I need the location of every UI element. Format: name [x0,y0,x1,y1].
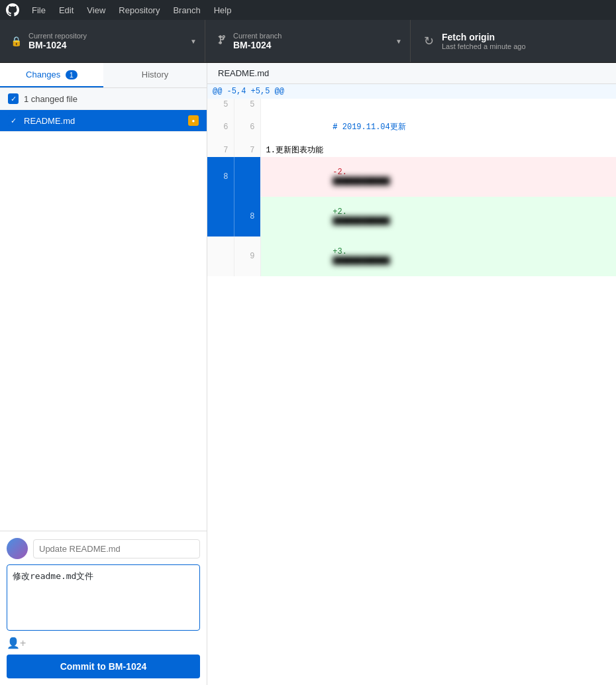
commit-area: 修改readme.md文件 👤+ Commit to BM-1024 [0,531,207,685]
diff-line-6: 9 +3. ████████████ [207,237,616,276]
tab-bar: Changes 1 History [0,63,207,88]
repo-selector[interactable]: 🔒 Current repository BM-1024 ▼ [0,20,205,62]
diff-line-3: 7 7 1.更新图表功能 [207,143,616,157]
branch-icon [216,34,227,48]
diff-line-1: 5 5 [207,99,616,111]
heading-hash: # [333,123,342,132]
commit-summary-input[interactable] [33,539,200,558]
removed-content: ████████████ [333,177,389,186]
add-prefix-2: +2. [333,207,347,217]
commit-button[interactable]: Commit to BM-1024 [7,655,200,678]
line-content-2: # 2019.11.04更新 [260,111,616,143]
diff-hunk-row: @@ -5,4 +5,5 @@ [207,84,616,99]
repo-name: BM-1024 [28,40,87,50]
main-area: Changes 1 History 1 changed file README.… [0,63,616,685]
repo-chevron-icon: ▼ [190,38,197,45]
spacer [0,132,207,531]
menu-repository[interactable]: Repository [113,4,165,17]
line-num-old-1: 5 [207,99,234,111]
line-num-new-1: 5 [234,99,260,111]
commit-branch-name: BM-1024 [109,661,147,672]
line-num-new-5: 8 [234,197,260,237]
branch-info: Current branch BM-1024 [233,32,282,50]
changes-badge: 1 [66,70,77,79]
line-content-6: +3. ████████████ [260,237,616,276]
diff-header: README.md [207,63,616,84]
fetch-origin-button[interactable]: ↻ Fetch origin Last fetched a minute ago [411,20,599,62]
line-content-3: 1.更新图表功能 [260,143,616,157]
lock-icon: 🔒 [11,36,22,46]
branch-selector[interactable]: Current branch BM-1024 ▼ [205,20,411,62]
commit-summary-row [7,538,200,559]
diff-filename: README.md [218,68,269,78]
sync-icon: ↻ [424,34,434,48]
diff-hunk-header: @@ -5,4 +5,5 @@ [207,84,616,99]
added-content-3: ████████████ [333,256,389,266]
check-all-icon[interactable] [8,93,19,104]
file-name-readme: README.md [24,116,188,126]
repo-info: Current repository BM-1024 [28,32,87,50]
changes-count-label: 1 changed file [24,94,77,104]
line-num-new-4 [234,157,260,197]
file-check-icon [8,115,19,126]
line-content-1 [260,99,616,111]
line-num-old-2: 6 [207,111,234,143]
menu-view[interactable]: View [81,4,111,17]
diff-line-2: 6 6 # 2019.11.04更新 [207,111,616,143]
fetch-info: Fetch origin Last fetched a minute ago [442,32,526,50]
line-num-new-3: 7 [234,143,260,157]
file-status-icon [188,115,199,126]
diff-content: @@ -5,4 +5,5 @@ 5 5 6 6 # 2019. [207,84,616,685]
right-panel: README.md @@ -5,4 +5,5 @@ 5 5 [207,63,616,685]
changes-header: 1 changed file [0,88,207,110]
line-num-old-4: 8 [207,157,234,197]
commit-description-input[interactable]: 修改readme.md文件 [7,564,200,631]
github-logo [5,3,20,17]
line-num-old-3: 7 [207,143,234,157]
line-num-old-5 [207,197,234,237]
line-content-4: -2. ████████████ [260,157,616,197]
line-num-new-6: 9 [234,237,260,276]
file-item-readme[interactable]: README.md [0,110,207,132]
add-prefix-3: +3. [333,247,347,256]
avatar [7,538,28,559]
fetch-title: Fetch origin [442,32,526,42]
tab-history[interactable]: History [103,63,207,87]
file-list: README.md [0,110,207,132]
line-num-old-6 [207,237,234,276]
add-coauthor-icon[interactable]: 👤+ [7,637,26,649]
menu-file[interactable]: File [26,4,51,17]
toolbar: 🔒 Current repository BM-1024 ▼ Current b… [0,20,616,63]
left-panel: Changes 1 History 1 changed file README.… [0,63,207,685]
branch-label: Current branch [233,32,282,40]
diff-line-5: 8 +2. ████████████ [207,197,616,237]
menubar: File Edit View Repository Branch Help [0,0,616,20]
remove-prefix: -2. [333,168,347,177]
added-content-2: ████████████ [333,217,389,226]
menu-edit[interactable]: Edit [54,4,79,17]
repo-label: Current repository [28,32,87,40]
branch-chevron-icon: ▼ [395,38,402,45]
diff-line-4: 8 -2. ████████████ [207,157,616,197]
line-num-new-2: 6 [234,111,260,143]
tab-changes[interactable]: Changes 1 [0,63,103,87]
branch-name: BM-1024 [233,40,282,50]
diff-table: @@ -5,4 +5,5 @@ 5 5 6 6 # 2019. [207,84,616,276]
line-content-5: +2. ████████████ [260,197,616,237]
fetch-subtitle: Last fetched a minute ago [442,42,526,50]
menu-branch[interactable]: Branch [168,4,205,17]
menu-help[interactable]: Help [209,4,237,17]
commit-footer: 👤+ [7,637,200,649]
